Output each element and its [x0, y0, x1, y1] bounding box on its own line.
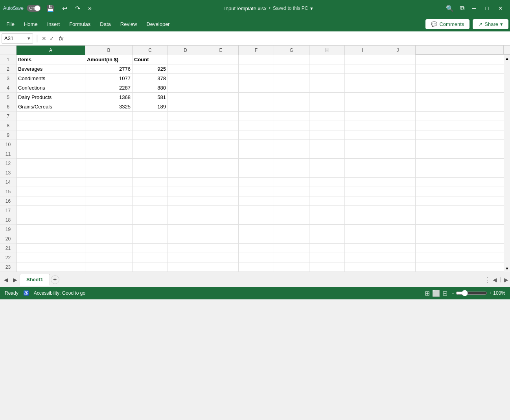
menu-developer[interactable]: Developer: [142, 19, 174, 29]
autosave-toggle[interactable]: Off: [27, 5, 41, 12]
col-header-I[interactable]: I: [345, 46, 380, 55]
cell-E2[interactable]: [203, 64, 239, 74]
menu-data[interactable]: Data: [95, 19, 115, 29]
undo-btn[interactable]: ↩: [60, 3, 70, 14]
col-header-G[interactable]: G: [274, 46, 309, 55]
cell-D10[interactable]: [168, 140, 203, 149]
cell-A23[interactable]: [17, 262, 85, 272]
cell-J4[interactable]: [380, 83, 416, 93]
cell-H8[interactable]: [309, 121, 345, 130]
cell-F6[interactable]: [239, 102, 274, 112]
cell-I16[interactable]: [345, 196, 380, 206]
cell-J21[interactable]: [380, 244, 416, 253]
cell-D11[interactable]: [168, 149, 203, 159]
col-header-C[interactable]: C: [133, 46, 168, 55]
cell-D23[interactable]: [168, 262, 203, 272]
cell-J13[interactable]: [380, 168, 416, 178]
row-header-3[interactable]: 3: [0, 74, 17, 83]
cell-I1[interactable]: [345, 55, 380, 64]
share-button[interactable]: ↗ Share ▾: [473, 19, 508, 29]
cell-D20[interactable]: [168, 234, 203, 244]
cell-I20[interactable]: [345, 234, 380, 244]
cell-H16[interactable]: [309, 196, 345, 206]
cell-G14[interactable]: [274, 178, 309, 187]
menu-file[interactable]: File: [2, 19, 19, 29]
cell-D22[interactable]: [168, 253, 203, 262]
row-header-7[interactable]: 7: [0, 112, 17, 121]
cell-C18[interactable]: [133, 215, 168, 225]
row-header-1[interactable]: 1: [0, 55, 17, 64]
cell-G12[interactable]: [274, 159, 309, 168]
cell-A6[interactable]: Grains/Cereals: [17, 102, 85, 112]
cell-J12[interactable]: [380, 159, 416, 168]
cell-A14[interactable]: [17, 178, 85, 187]
cell-C2[interactable]: 925: [133, 64, 168, 74]
cell-J11[interactable]: [380, 149, 416, 159]
cell-G4[interactable]: [274, 83, 309, 93]
row-header-2[interactable]: 2: [0, 64, 17, 74]
cell-I4[interactable]: [345, 83, 380, 93]
cell-B10[interactable]: [85, 140, 133, 149]
cell-E14[interactable]: [203, 178, 239, 187]
cell-C22[interactable]: [133, 253, 168, 262]
cell-I2[interactable]: [345, 64, 380, 74]
col-header-F[interactable]: F: [239, 46, 274, 55]
cell-A2[interactable]: Beverages: [17, 64, 85, 74]
cell-F20[interactable]: [239, 234, 274, 244]
cell-A16[interactable]: [17, 196, 85, 206]
cell-G8[interactable]: [274, 121, 309, 130]
col-header-H[interactable]: H: [309, 46, 345, 55]
cell-A12[interactable]: [17, 159, 85, 168]
cell-F12[interactable]: [239, 159, 274, 168]
cell-E16[interactable]: [203, 196, 239, 206]
cell-C21[interactable]: [133, 244, 168, 253]
cell-D3[interactable]: [168, 74, 203, 83]
cell-B9[interactable]: [85, 130, 133, 140]
cell-B3[interactable]: 1077: [85, 74, 133, 83]
cell-J18[interactable]: [380, 215, 416, 225]
cell-I21[interactable]: [345, 244, 380, 253]
cell-E4[interactable]: [203, 83, 239, 93]
add-sheet-btn[interactable]: +: [51, 275, 59, 284]
cell-I5[interactable]: [345, 93, 380, 102]
cell-H14[interactable]: [309, 178, 345, 187]
page-layout-icon[interactable]: ⬜: [432, 290, 440, 297]
cell-I14[interactable]: [345, 178, 380, 187]
cell-B16[interactable]: [85, 196, 133, 206]
cell-D19[interactable]: [168, 225, 203, 234]
cell-D8[interactable]: [168, 121, 203, 130]
row-header-18[interactable]: 18: [0, 215, 17, 225]
cell-C14[interactable]: [133, 178, 168, 187]
cell-G21[interactable]: [274, 244, 309, 253]
cell-J7[interactable]: [380, 112, 416, 121]
corner-cell[interactable]: [0, 46, 17, 55]
cell-J3[interactable]: [380, 74, 416, 83]
cell-B1[interactable]: Amount(in $): [85, 55, 133, 64]
formula-input[interactable]: [68, 35, 508, 42]
cell-F14[interactable]: [239, 178, 274, 187]
cell-I3[interactable]: [345, 74, 380, 83]
maximize-btn[interactable]: □: [482, 4, 493, 13]
cell-C12[interactable]: [133, 159, 168, 168]
page-break-icon[interactable]: ⊟: [442, 290, 447, 297]
col-header-E[interactable]: E: [203, 46, 239, 55]
cell-G7[interactable]: [274, 112, 309, 121]
cell-I7[interactable]: [345, 112, 380, 121]
cell-E17[interactable]: [203, 206, 239, 215]
cell-J2[interactable]: [380, 64, 416, 74]
cell-B7[interactable]: [85, 112, 133, 121]
cell-I13[interactable]: [345, 168, 380, 178]
cell-F3[interactable]: [239, 74, 274, 83]
cell-F10[interactable]: [239, 140, 274, 149]
cell-E6[interactable]: [203, 102, 239, 112]
cell-C9[interactable]: [133, 130, 168, 140]
cell-F16[interactable]: [239, 196, 274, 206]
minimize-btn[interactable]: ─: [468, 4, 480, 13]
cell-D4[interactable]: [168, 83, 203, 93]
cell-J1[interactable]: [380, 55, 416, 64]
cell-J22[interactable]: [380, 253, 416, 262]
cell-F19[interactable]: [239, 225, 274, 234]
cell-A21[interactable]: [17, 244, 85, 253]
cell-F4[interactable]: [239, 83, 274, 93]
col-header-B[interactable]: B: [85, 46, 133, 55]
